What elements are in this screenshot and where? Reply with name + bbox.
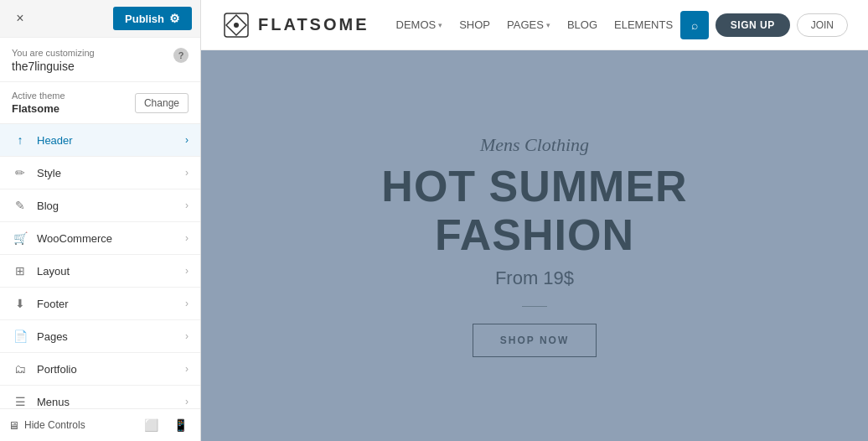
style-nav-icon: ✏	[12, 166, 28, 179]
preview-navbar: FLATSOME DEMOS ▾SHOPPAGES ▾BLOGELEMENTS …	[201, 0, 868, 50]
site-name: the7linguise	[12, 60, 95, 73]
tablet-view-button[interactable]: ⬜	[140, 416, 163, 434]
layout-chevron-icon: ›	[185, 265, 189, 277]
layout-nav-label: Layout	[37, 265, 70, 278]
sidebar-item-pages[interactable]: 📄 Pages ›	[0, 320, 200, 353]
portfolio-nav-icon: 🗂	[12, 362, 28, 376]
theme-name: Flatsome	[12, 102, 65, 115]
theme-info: Active theme Flatsome	[12, 91, 65, 115]
customizing-info: You are customizing the7linguise ?	[0, 38, 200, 82]
header-nav-icon: ↑	[12, 133, 28, 147]
pages-chevron-icon: ›	[185, 330, 189, 342]
hero-price: From 19$	[381, 267, 687, 289]
blog-chevron-icon: ›	[185, 200, 189, 211]
sidebar-item-footer[interactable]: ⬇ Footer ›	[0, 288, 200, 320]
sidebar-item-layout[interactable]: ⊞ Layout ›	[0, 255, 200, 288]
shop-now-button[interactable]: SHOP NOW	[473, 324, 597, 357]
hero-section: Mens Clothing HOT SUMMERFASHION From 19$…	[201, 50, 868, 441]
nav-item-demos[interactable]: DEMOS ▾	[396, 18, 443, 31]
nav-item-pages[interactable]: PAGES ▾	[507, 18, 550, 31]
hero-divider	[522, 306, 547, 307]
nav-item-elements[interactable]: ELEMENTS	[614, 18, 673, 31]
tablet-icon: ⬜	[144, 418, 158, 432]
layout-nav-icon: ⊞	[12, 264, 28, 278]
brand-name: FLATSOME	[258, 15, 369, 34]
preview-area: FLATSOME DEMOS ▾SHOPPAGES ▾BLOGELEMENTS …	[201, 0, 868, 441]
sidebar-item-menus[interactable]: ☰ Menus ›	[0, 386, 200, 408]
footer-nav-icon: ⬇	[12, 297, 28, 310]
footer-chevron-icon: ›	[185, 298, 189, 309]
customizing-label: You are customizing	[12, 48, 95, 58]
brand-logo-icon	[221, 10, 251, 40]
help-icon[interactable]: ?	[173, 48, 189, 63]
main-navigation: DEMOS ▾SHOPPAGES ▾BLOGELEMENTS	[396, 18, 680, 31]
sidebar-item-portfolio[interactable]: 🗂 Portfolio ›	[0, 353, 200, 386]
sidebar-item-header[interactable]: ↑ Header ›	[0, 124, 200, 157]
woocommerce-nav-icon: 🛒	[12, 231, 28, 245]
woocommerce-nav-label: WooCommerce	[37, 232, 112, 245]
join-button[interactable]: JOIN	[797, 13, 848, 37]
hero-subtitle: Mens Clothing	[381, 134, 687, 156]
menus-chevron-icon: ›	[185, 396, 189, 407]
publish-label: Publish	[125, 13, 164, 25]
dropdown-arrow: ▾	[438, 21, 442, 29]
footer-nav-label: Footer	[37, 298, 69, 310]
mobile-icon: 📱	[173, 418, 188, 432]
nav-item-blog[interactable]: BLOG	[567, 18, 597, 31]
blog-nav-label: Blog	[37, 200, 59, 212]
nav-actions: ⌕ SIGN UP JOIN	[680, 11, 848, 39]
brand-logo-area: FLATSOME	[221, 10, 369, 40]
gear-icon: ⚙	[169, 12, 180, 25]
monitor-icon: 🖥	[8, 419, 19, 432]
signup-button[interactable]: SIGN UP	[716, 13, 790, 37]
blog-nav-icon: ✎	[12, 199, 28, 212]
nav-item-shop[interactable]: SHOP	[459, 18, 490, 31]
nav-list: ↑ Header › ✏ Style › ✎ Blog › 🛒 WooComme…	[0, 124, 200, 408]
menus-nav-label: Menus	[37, 396, 70, 408]
woocommerce-chevron-icon: ›	[185, 232, 189, 244]
pages-nav-label: Pages	[37, 330, 68, 343]
close-button[interactable]: ×	[8, 7, 32, 30]
change-theme-button[interactable]: Change	[135, 93, 189, 113]
style-chevron-icon: ›	[185, 167, 189, 179]
portfolio-nav-label: Portfolio	[37, 363, 77, 376]
search-button[interactable]: ⌕	[680, 11, 709, 39]
portfolio-chevron-icon: ›	[185, 363, 189, 375]
sidebar-footer: 🖥 Hide Controls ⬜ 📱	[0, 408, 200, 441]
header-nav-label: Header	[37, 134, 73, 147]
close-icon: ×	[16, 11, 23, 26]
publish-button[interactable]: Publish ⚙	[113, 7, 192, 30]
mobile-view-button[interactable]: 📱	[169, 416, 192, 434]
menus-nav-icon: ☰	[12, 395, 28, 408]
style-nav-label: Style	[37, 167, 61, 179]
sidebar-header: × Publish ⚙	[0, 0, 200, 38]
header-chevron-icon: ›	[185, 134, 189, 146]
theme-label: Active theme	[12, 91, 65, 101]
sidebar-item-woocommerce[interactable]: 🛒 WooCommerce ›	[0, 222, 200, 255]
hero-content: Mens Clothing HOT SUMMERFASHION From 19$…	[381, 134, 687, 356]
pages-nav-icon: 📄	[12, 329, 28, 343]
sidebar-item-style[interactable]: ✏ Style ›	[0, 157, 200, 189]
theme-section: Active theme Flatsome Change	[0, 82, 200, 124]
sidebar-item-blog[interactable]: ✎ Blog ›	[0, 189, 200, 222]
hide-controls-button[interactable]: 🖥 Hide Controls	[8, 419, 133, 432]
search-icon: ⌕	[691, 18, 698, 32]
hero-title: HOT SUMMERFASHION	[381, 163, 687, 258]
sidebar: × Publish ⚙ You are customizing the7ling…	[0, 0, 201, 441]
svg-point-2	[234, 23, 239, 28]
dropdown-arrow: ▾	[546, 21, 550, 29]
hide-controls-label: Hide Controls	[24, 419, 85, 431]
